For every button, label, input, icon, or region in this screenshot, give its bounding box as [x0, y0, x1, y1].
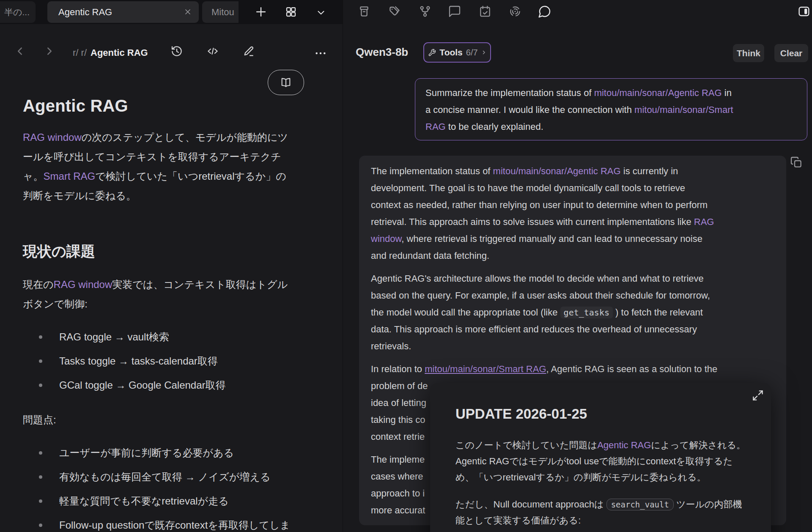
tab-active[interactable]: Agentic RAG: [47, 1, 199, 23]
text-segment: ) to fetch the relevant: [613, 307, 703, 318]
popup-heading: UPDATE 2026-01-25: [455, 406, 587, 422]
comment-icon[interactable]: [448, 5, 461, 18]
note-heading-2: 現状の課題: [23, 242, 95, 261]
breadcrumb-prefix[interactable]: r/ r/: [73, 47, 87, 58]
inline-link[interactable]: mitou/main/sonar/Smart: [634, 104, 733, 115]
new-tab-button[interactable]: [254, 5, 268, 19]
inline-link[interactable]: Smart RAG: [44, 170, 96, 182]
history-icon[interactable]: [170, 45, 183, 58]
reading-view-toggle[interactable]: [268, 70, 304, 95]
archive-icon[interactable]: [357, 5, 371, 18]
text-segment: development. The goal is to have the mod…: [371, 183, 685, 193]
book-open-icon: [280, 77, 292, 88]
text-segment: ールを呼び出してコンテキストを取得するアーキテクチ: [23, 151, 281, 162]
app-window: 半の... Agentic RAG Mitou: [0, 0, 812, 532]
text-segment: more accurat: [371, 505, 425, 516]
inline-link[interactable]: RAG window: [23, 132, 82, 143]
text-segment: ツールの内部機: [674, 499, 742, 510]
inline-link[interactable]: window: [371, 233, 401, 244]
text-segment: ャ。: [23, 170, 44, 182]
note-toolbar: r/ r/ Agentic RAG: [0, 41, 343, 65]
tab-clip-region: Mitou: [202, 0, 239, 24]
problems-label: 問題点:: [23, 410, 56, 430]
expand-icon[interactable]: [752, 389, 764, 402]
note-preview-popup: UPDATE 2026-01-25 このノートで検討していた問題はAgentic…: [430, 383, 771, 532]
chat-pane: Qwen3-8b Tools 6/7 Think Clear Summarize…: [343, 0, 812, 532]
model-name[interactable]: Qwen3-8b: [356, 46, 408, 59]
text-segment: の次のステップとして、モデルが能動的にツ: [82, 132, 288, 143]
tab-bar: 半の... Agentic RAG Mitou: [0, 0, 343, 24]
text-segment: data. This approach is more efficient an…: [371, 324, 697, 335]
sidebar-toggle-icon[interactable]: [797, 5, 811, 18]
tab-previous[interactable]: 半の...: [0, 1, 36, 23]
text-segment: cases where: [371, 471, 423, 482]
list-item: ユーザーが事前に判断する必要がある: [23, 443, 290, 463]
clear-button[interactable]: Clear: [774, 44, 808, 62]
text-segment: context retrie: [371, 431, 425, 442]
user-message: Summarize the implementation status of m…: [415, 78, 807, 140]
text-segment: ただし、Null document approachは: [455, 499, 606, 510]
note-paragraph: 現在のRAG window実装では、コンテキスト取得はトグル ボタンで制御:: [23, 275, 288, 314]
inline-link[interactable]: Agentic RAG: [597, 440, 651, 450]
inline-link[interactable]: RAG: [694, 217, 714, 227]
grid-layout-icon[interactable]: [285, 5, 297, 18]
popup-paragraph: ただし、Null document approachは search_vault…: [455, 496, 752, 529]
text-segment: The impleme: [371, 454, 425, 465]
breadcrumb[interactable]: r/ r/ Agentic RAG: [73, 41, 148, 65]
text-segment: to be clearly explained.: [446, 121, 543, 132]
inline-link[interactable]: mitou/main/sonar/Agentic RAG: [594, 88, 722, 98]
think-button[interactable]: Think: [733, 44, 764, 62]
calendar-check-icon[interactable]: [478, 5, 492, 18]
edit-pencil-icon[interactable]: [243, 45, 255, 58]
list-item: Follow-up questionで既存contextを再取得してしま: [23, 516, 290, 532]
target-icon[interactable]: [508, 5, 522, 18]
back-chevron-icon[interactable]: [14, 45, 26, 58]
toggle-list: RAG toggle → vault検索 Tasks toggle → task…: [23, 327, 226, 400]
inline-link[interactable]: mitou/main/sonar/Smart RAG: [425, 364, 546, 374]
text-segment: In relation to: [371, 364, 425, 374]
text-segment: based on the query. For example, if a us…: [371, 290, 710, 301]
inline-link[interactable]: mitou/main/sonar/Agentic RAG: [493, 166, 621, 176]
text-segment: a concise manner. I would like the conne…: [425, 104, 634, 115]
wrench-icon: [428, 49, 436, 57]
text-segment: The implementation status of: [371, 166, 493, 176]
text-segment: 能として実装する価値がある:: [455, 515, 581, 526]
tab-next[interactable]: Mitou: [202, 1, 239, 23]
chevron-right-icon: [481, 50, 486, 55]
text-segment: idea of letting: [371, 398, 426, 408]
list-item: 軽量な質問でも不要なretrievalが走る: [23, 491, 290, 511]
text-segment: Agentic RAG's architecture allows the mo…: [371, 273, 704, 284]
copy-icon[interactable]: [790, 156, 803, 169]
tools-count: 6/7: [466, 48, 478, 58]
text-segment: retrieval. This approach aims to solve i…: [371, 217, 694, 227]
text-segment: 判断をモデルに委ねる。: [23, 190, 136, 201]
list-item: RAG toggle → vault検索: [23, 327, 226, 347]
tags-icon[interactable]: [388, 5, 401, 18]
text-segment: で検討していた「いつretrievalするか」の: [95, 170, 286, 182]
tools-label: Tools: [439, 47, 462, 58]
forward-chevron-icon[interactable]: [43, 45, 56, 58]
text-segment: is currently in: [621, 166, 678, 176]
text-segment: the model would call the appropriate too…: [371, 307, 560, 318]
page-title: Agentic RAG: [91, 47, 148, 58]
assistant-paragraph: Agentic RAG's architecture allows the mo…: [371, 270, 774, 355]
git-fork-icon[interactable]: [418, 5, 432, 18]
inline-link[interactable]: RAG window: [54, 279, 112, 290]
text-segment: 現在の: [23, 279, 54, 290]
list-item: 有効なものは毎回全て取得 → ノイズが増える: [23, 467, 290, 487]
text-segment: め、「いつretrievalするか」の判断がモデルに委ねられる。: [455, 472, 706, 483]
problems-list: ユーザーが事前に判断する必要がある 有効なものは毎回全て取得 → ノイズが増える…: [23, 443, 290, 532]
tools-button[interactable]: Tools 6/7: [423, 42, 491, 63]
chat-bubble-icon[interactable]: [538, 5, 551, 18]
inline-link[interactable]: RAG: [425, 121, 446, 132]
text-segment: approach to i: [371, 488, 425, 499]
close-icon[interactable]: [184, 8, 192, 16]
text-segment: problem of de: [371, 381, 428, 391]
tab-label: Agentic RAG: [58, 7, 112, 18]
text-segment: in: [722, 88, 732, 98]
more-options-icon[interactable]: [314, 47, 327, 60]
chevron-down-icon[interactable]: [315, 7, 326, 18]
text-segment: によって解決される。: [651, 440, 746, 450]
list-item: GCal toggle → Google Calendar取得: [23, 376, 226, 395]
code-view-icon[interactable]: [206, 45, 219, 58]
